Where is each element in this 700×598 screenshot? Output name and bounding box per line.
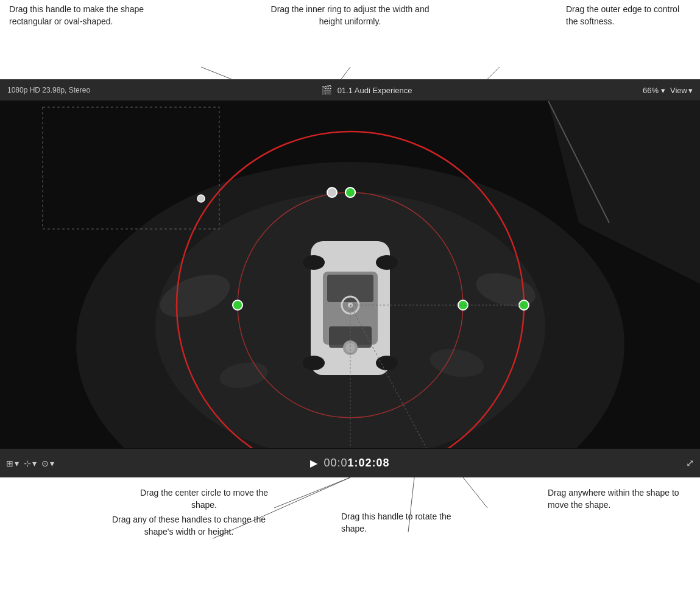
play-icon: ▶ bbox=[310, 458, 317, 468]
view-options-icon: ⊞ bbox=[6, 459, 13, 468]
trim-chevron bbox=[32, 459, 37, 468]
clapper-icon: 🎬 bbox=[321, 85, 333, 96]
annotation-top-center: Drag the inner ring to adjust the width … bbox=[265, 4, 436, 27]
svg-point-31 bbox=[345, 188, 355, 197]
timecode-display: 00:01:02:08 bbox=[323, 457, 389, 470]
zoom-dropdown-icon[interactable] bbox=[661, 86, 665, 95]
top-annotation-area: Drag this handle to make the shape recta… bbox=[0, 0, 700, 79]
svg-point-15 bbox=[345, 343, 355, 353]
annotation-top-left: Drag this handle to make the shape recta… bbox=[9, 4, 149, 27]
controls-center: ▶ 00:01:02:08 bbox=[310, 457, 389, 470]
annotation-handles: Drag any of these handles to change the … bbox=[104, 514, 274, 538]
handles-text: Drag any of these handles to change the … bbox=[112, 515, 266, 536]
format-label: 1080p HD 23.98p, Stereo bbox=[7, 86, 90, 94]
svg-point-10 bbox=[303, 255, 325, 270]
annotation-top-left-text: Drag this handle to make the shape recta… bbox=[9, 4, 144, 26]
zoom-control[interactable]: 66% bbox=[643, 86, 665, 95]
timecode-highlight: 1:02:08 bbox=[348, 457, 390, 469]
video-content-svg bbox=[0, 101, 700, 448]
view-controls[interactable]: 66% View bbox=[643, 86, 693, 95]
annotation-top-center-text: Drag the inner ring to adjust the width … bbox=[271, 4, 430, 26]
fullscreen-button[interactable]: ⤢ bbox=[686, 458, 694, 468]
trim-tool-button[interactable]: ⊹ bbox=[24, 459, 37, 468]
svg-point-29 bbox=[458, 300, 468, 310]
speed-chevron bbox=[50, 459, 54, 468]
annotation-top-right-text: Drag the outer edge to control the softn… bbox=[566, 4, 679, 26]
trim-icon: ⊹ bbox=[24, 459, 31, 468]
svg-line-0 bbox=[201, 67, 232, 79]
title-area: 🎬 01.1 Audi Experience bbox=[321, 85, 412, 96]
format-info: 1080p HD 23.98p, Stereo bbox=[7, 86, 90, 94]
annotation-top-right: Drag the outer edge to control the softn… bbox=[566, 4, 688, 27]
svg-line-41 bbox=[463, 477, 487, 508]
svg-line-2 bbox=[487, 67, 500, 79]
svg-point-27 bbox=[233, 300, 242, 310]
annotation-center-circle: Drag the center circle to move the shape… bbox=[134, 487, 274, 511]
timecode-text: 00:0 bbox=[323, 457, 347, 469]
svg-point-12 bbox=[303, 356, 325, 370]
center-circle-text: Drag the center circle to move the shape… bbox=[140, 488, 268, 510]
speed-icon: ⊙ bbox=[41, 459, 49, 468]
player-header: 1080p HD 23.98p, Stereo 🎬 01.1 Audi Expe… bbox=[0, 79, 700, 101]
bottom-annotation-area: Drag the center circle to move the shape… bbox=[0, 477, 700, 598]
svg-rect-8 bbox=[327, 275, 373, 302]
car-scene bbox=[0, 101, 700, 448]
speed-button[interactable]: ⊙ bbox=[41, 459, 54, 468]
rotate-text: Drag this handle to rotate the shape. bbox=[341, 512, 451, 533]
annotation-move-shape: Drag anywhere within the shape to move t… bbox=[548, 487, 682, 511]
player-controls: ⊞ ⊹ ⊙ ▶ 00:01:02:08 ⤢ bbox=[0, 448, 700, 477]
svg-line-38 bbox=[274, 477, 350, 508]
clip-title: 01.1 Audi Experience bbox=[338, 86, 412, 95]
video-area bbox=[0, 101, 700, 448]
svg-point-11 bbox=[376, 255, 398, 270]
move-shape-text: Drag anywhere within the shape to move t… bbox=[548, 488, 679, 510]
view-dropdown-icon[interactable] bbox=[688, 86, 693, 95]
view-label: View bbox=[670, 86, 687, 95]
svg-point-34 bbox=[197, 195, 205, 202]
svg-line-1 bbox=[341, 67, 350, 79]
annotation-rotate: Drag this handle to rotate the shape. bbox=[341, 511, 463, 535]
view-menu[interactable]: View bbox=[670, 86, 693, 95]
controls-right[interactable]: ⤢ bbox=[686, 457, 694, 469]
view-options-button[interactable]: ⊞ bbox=[6, 459, 19, 468]
controls-left[interactable]: ⊞ ⊹ ⊙ bbox=[6, 459, 54, 468]
svg-point-30 bbox=[327, 188, 337, 197]
zoom-level: 66% bbox=[643, 86, 659, 95]
svg-point-13 bbox=[376, 356, 398, 370]
view-options-chevron bbox=[15, 459, 19, 468]
play-button[interactable]: ▶ bbox=[310, 457, 317, 469]
